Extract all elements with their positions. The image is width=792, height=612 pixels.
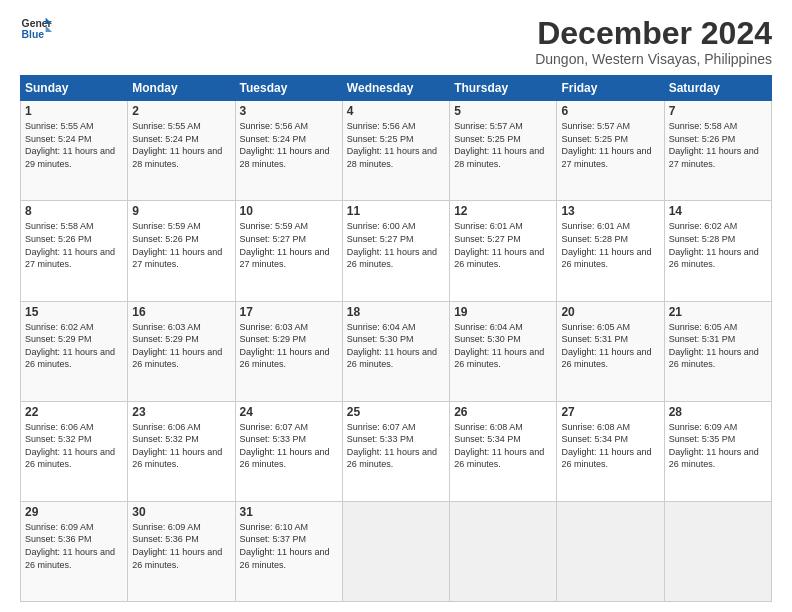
day-info: Sunrise: 6:01 AMSunset: 5:28 PMDaylight:… bbox=[561, 221, 651, 269]
table-row bbox=[557, 501, 664, 601]
day-info: Sunrise: 6:00 AMSunset: 5:27 PMDaylight:… bbox=[347, 221, 437, 269]
calendar-week-row: 1Sunrise: 5:55 AMSunset: 5:24 PMDaylight… bbox=[21, 101, 772, 201]
day-info: Sunrise: 5:57 AMSunset: 5:25 PMDaylight:… bbox=[454, 121, 544, 169]
table-row: 21Sunrise: 6:05 AMSunset: 5:31 PMDayligh… bbox=[664, 301, 771, 401]
calendar-week-row: 22Sunrise: 6:06 AMSunset: 5:32 PMDayligh… bbox=[21, 401, 772, 501]
calendar-table: Sunday Monday Tuesday Wednesday Thursday… bbox=[20, 75, 772, 602]
day-info: Sunrise: 6:03 AMSunset: 5:29 PMDaylight:… bbox=[132, 322, 222, 370]
day-number: 11 bbox=[347, 204, 445, 218]
day-info: Sunrise: 5:58 AMSunset: 5:26 PMDaylight:… bbox=[25, 221, 115, 269]
day-number: 4 bbox=[347, 104, 445, 118]
col-wednesday: Wednesday bbox=[342, 76, 449, 101]
day-number: 1 bbox=[25, 104, 123, 118]
day-number: 15 bbox=[25, 305, 123, 319]
calendar-week-row: 15Sunrise: 6:02 AMSunset: 5:29 PMDayligh… bbox=[21, 301, 772, 401]
day-number: 21 bbox=[669, 305, 767, 319]
table-row: 19Sunrise: 6:04 AMSunset: 5:30 PMDayligh… bbox=[450, 301, 557, 401]
day-number: 7 bbox=[669, 104, 767, 118]
day-info: Sunrise: 5:57 AMSunset: 5:25 PMDaylight:… bbox=[561, 121, 651, 169]
month-title: December 2024 bbox=[535, 16, 772, 51]
day-info: Sunrise: 5:59 AMSunset: 5:27 PMDaylight:… bbox=[240, 221, 330, 269]
day-info: Sunrise: 6:08 AMSunset: 5:34 PMDaylight:… bbox=[561, 422, 651, 470]
location: Dungon, Western Visayas, Philippines bbox=[535, 51, 772, 67]
table-row: 4Sunrise: 5:56 AMSunset: 5:25 PMDaylight… bbox=[342, 101, 449, 201]
table-row: 25Sunrise: 6:07 AMSunset: 5:33 PMDayligh… bbox=[342, 401, 449, 501]
day-number: 8 bbox=[25, 204, 123, 218]
day-info: Sunrise: 5:56 AMSunset: 5:24 PMDaylight:… bbox=[240, 121, 330, 169]
day-number: 12 bbox=[454, 204, 552, 218]
svg-text:Blue: Blue bbox=[22, 29, 45, 40]
day-info: Sunrise: 6:09 AMSunset: 5:36 PMDaylight:… bbox=[25, 522, 115, 570]
day-number: 6 bbox=[561, 104, 659, 118]
table-row: 12Sunrise: 6:01 AMSunset: 5:27 PMDayligh… bbox=[450, 201, 557, 301]
day-number: 28 bbox=[669, 405, 767, 419]
day-info: Sunrise: 6:09 AMSunset: 5:35 PMDaylight:… bbox=[669, 422, 759, 470]
table-row: 10Sunrise: 5:59 AMSunset: 5:27 PMDayligh… bbox=[235, 201, 342, 301]
day-info: Sunrise: 6:05 AMSunset: 5:31 PMDaylight:… bbox=[561, 322, 651, 370]
col-friday: Friday bbox=[557, 76, 664, 101]
day-number: 13 bbox=[561, 204, 659, 218]
calendar-week-row: 8Sunrise: 5:58 AMSunset: 5:26 PMDaylight… bbox=[21, 201, 772, 301]
day-number: 9 bbox=[132, 204, 230, 218]
day-info: Sunrise: 6:06 AMSunset: 5:32 PMDaylight:… bbox=[132, 422, 222, 470]
page: General Blue December 2024 Dungon, Weste… bbox=[0, 0, 792, 612]
col-sunday: Sunday bbox=[21, 76, 128, 101]
table-row: 22Sunrise: 6:06 AMSunset: 5:32 PMDayligh… bbox=[21, 401, 128, 501]
table-row: 5Sunrise: 5:57 AMSunset: 5:25 PMDaylight… bbox=[450, 101, 557, 201]
day-info: Sunrise: 5:56 AMSunset: 5:25 PMDaylight:… bbox=[347, 121, 437, 169]
table-row: 7Sunrise: 5:58 AMSunset: 5:26 PMDaylight… bbox=[664, 101, 771, 201]
table-row: 8Sunrise: 5:58 AMSunset: 5:26 PMDaylight… bbox=[21, 201, 128, 301]
day-number: 22 bbox=[25, 405, 123, 419]
table-row: 17Sunrise: 6:03 AMSunset: 5:29 PMDayligh… bbox=[235, 301, 342, 401]
day-info: Sunrise: 6:07 AMSunset: 5:33 PMDaylight:… bbox=[347, 422, 437, 470]
day-number: 20 bbox=[561, 305, 659, 319]
table-row: 30Sunrise: 6:09 AMSunset: 5:36 PMDayligh… bbox=[128, 501, 235, 601]
day-info: Sunrise: 6:05 AMSunset: 5:31 PMDaylight:… bbox=[669, 322, 759, 370]
day-number: 18 bbox=[347, 305, 445, 319]
day-info: Sunrise: 6:01 AMSunset: 5:27 PMDaylight:… bbox=[454, 221, 544, 269]
table-row: 15Sunrise: 6:02 AMSunset: 5:29 PMDayligh… bbox=[21, 301, 128, 401]
table-row bbox=[450, 501, 557, 601]
day-number: 17 bbox=[240, 305, 338, 319]
table-row: 26Sunrise: 6:08 AMSunset: 5:34 PMDayligh… bbox=[450, 401, 557, 501]
day-number: 10 bbox=[240, 204, 338, 218]
calendar-header-row: Sunday Monday Tuesday Wednesday Thursday… bbox=[21, 76, 772, 101]
day-number: 24 bbox=[240, 405, 338, 419]
table-row: 16Sunrise: 6:03 AMSunset: 5:29 PMDayligh… bbox=[128, 301, 235, 401]
day-info: Sunrise: 6:10 AMSunset: 5:37 PMDaylight:… bbox=[240, 522, 330, 570]
day-info: Sunrise: 6:02 AMSunset: 5:29 PMDaylight:… bbox=[25, 322, 115, 370]
day-info: Sunrise: 6:02 AMSunset: 5:28 PMDaylight:… bbox=[669, 221, 759, 269]
day-info: Sunrise: 6:09 AMSunset: 5:36 PMDaylight:… bbox=[132, 522, 222, 570]
day-number: 16 bbox=[132, 305, 230, 319]
day-number: 3 bbox=[240, 104, 338, 118]
table-row bbox=[664, 501, 771, 601]
day-number: 31 bbox=[240, 505, 338, 519]
logo: General Blue bbox=[20, 16, 52, 44]
day-number: 25 bbox=[347, 405, 445, 419]
logo-icon: General Blue bbox=[20, 16, 52, 44]
day-info: Sunrise: 5:55 AMSunset: 5:24 PMDaylight:… bbox=[132, 121, 222, 169]
title-area: December 2024 Dungon, Western Visayas, P… bbox=[535, 16, 772, 67]
table-row: 3Sunrise: 5:56 AMSunset: 5:24 PMDaylight… bbox=[235, 101, 342, 201]
day-number: 14 bbox=[669, 204, 767, 218]
day-info: Sunrise: 6:06 AMSunset: 5:32 PMDaylight:… bbox=[25, 422, 115, 470]
day-number: 29 bbox=[25, 505, 123, 519]
day-number: 5 bbox=[454, 104, 552, 118]
day-info: Sunrise: 6:08 AMSunset: 5:34 PMDaylight:… bbox=[454, 422, 544, 470]
day-number: 19 bbox=[454, 305, 552, 319]
table-row: 31Sunrise: 6:10 AMSunset: 5:37 PMDayligh… bbox=[235, 501, 342, 601]
table-row: 18Sunrise: 6:04 AMSunset: 5:30 PMDayligh… bbox=[342, 301, 449, 401]
table-row: 28Sunrise: 6:09 AMSunset: 5:35 PMDayligh… bbox=[664, 401, 771, 501]
day-info: Sunrise: 6:04 AMSunset: 5:30 PMDaylight:… bbox=[347, 322, 437, 370]
table-row: 13Sunrise: 6:01 AMSunset: 5:28 PMDayligh… bbox=[557, 201, 664, 301]
table-row: 11Sunrise: 6:00 AMSunset: 5:27 PMDayligh… bbox=[342, 201, 449, 301]
day-number: 30 bbox=[132, 505, 230, 519]
day-info: Sunrise: 6:04 AMSunset: 5:30 PMDaylight:… bbox=[454, 322, 544, 370]
day-info: Sunrise: 5:58 AMSunset: 5:26 PMDaylight:… bbox=[669, 121, 759, 169]
table-row: 20Sunrise: 6:05 AMSunset: 5:31 PMDayligh… bbox=[557, 301, 664, 401]
col-tuesday: Tuesday bbox=[235, 76, 342, 101]
table-row: 29Sunrise: 6:09 AMSunset: 5:36 PMDayligh… bbox=[21, 501, 128, 601]
day-info: Sunrise: 5:59 AMSunset: 5:26 PMDaylight:… bbox=[132, 221, 222, 269]
table-row: 27Sunrise: 6:08 AMSunset: 5:34 PMDayligh… bbox=[557, 401, 664, 501]
day-number: 23 bbox=[132, 405, 230, 419]
